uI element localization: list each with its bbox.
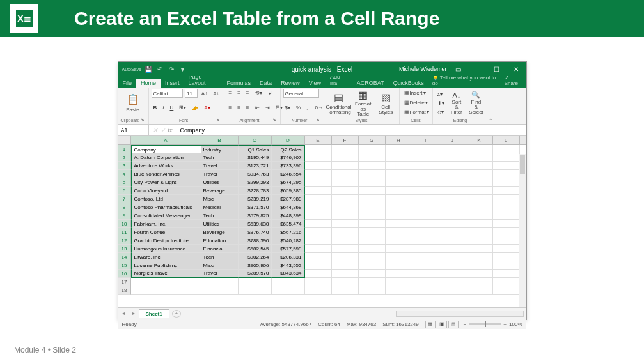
row-header[interactable]: 3	[118, 162, 131, 170]
col-header-g[interactable]: G	[359, 136, 386, 144]
cell[interactable]: $123,721	[239, 162, 272, 170]
cell[interactable]: $577,599	[272, 245, 305, 253]
horizontal-scrollbar[interactable]	[396, 311, 524, 317]
page-layout-view-icon[interactable]: ▣	[437, 321, 447, 328]
tab-quickbooks[interactable]: QuickBooks	[389, 79, 428, 88]
cell[interactable]	[359, 278, 386, 286]
cell[interactable]	[412, 236, 439, 245]
cell[interactable]	[332, 162, 359, 170]
cell[interactable]	[439, 220, 466, 228]
cell[interactable]	[466, 187, 493, 195]
cell[interactable]: Beverage	[201, 228, 239, 236]
tab-acrobat[interactable]: ACROBAT	[352, 79, 389, 88]
cell[interactable]: $228,783	[239, 187, 272, 195]
delete-cells-button[interactable]: ▦ Delete ▾	[402, 98, 430, 107]
cell[interactable]	[412, 245, 439, 253]
cell[interactable]: Margie's Travel	[131, 270, 201, 278]
cell[interactable]	[332, 153, 359, 162]
cell[interactable]	[332, 245, 359, 253]
cell[interactable]	[305, 145, 332, 153]
cell[interactable]: $905,906	[239, 261, 272, 270]
cell[interactable]	[201, 278, 239, 286]
cell[interactable]	[412, 261, 439, 270]
cell[interactable]: $733,396	[272, 162, 305, 170]
cell[interactable]	[466, 203, 493, 211]
cell[interactable]: $644,368	[272, 203, 305, 211]
row-header[interactable]: 12	[118, 236, 131, 245]
cell[interactable]	[305, 270, 332, 278]
cell[interactable]: Travel	[201, 162, 239, 170]
cell[interactable]	[466, 228, 493, 236]
cell[interactable]: $934,763	[239, 170, 272, 178]
cell[interactable]: $206,331	[272, 253, 305, 261]
cell[interactable]	[493, 170, 520, 178]
cell[interactable]	[493, 261, 520, 270]
cell[interactable]: $195,449	[239, 153, 272, 162]
cell[interactable]: $843,634	[272, 270, 305, 278]
cell[interactable]	[466, 211, 493, 220]
cell[interactable]	[305, 245, 332, 253]
row-header[interactable]: 8	[118, 203, 131, 211]
cell[interactable]	[359, 195, 386, 203]
cell[interactable]: $746,907	[272, 153, 305, 162]
cell[interactable]	[493, 253, 520, 261]
cell[interactable]	[466, 278, 493, 286]
cell[interactable]: $659,385	[272, 187, 305, 195]
close-icon[interactable]: ✕	[508, 63, 524, 75]
col-header-j[interactable]: J	[439, 136, 466, 144]
cell[interactable]	[332, 145, 359, 153]
align-right-icon[interactable]: ≡	[244, 104, 251, 112]
cell[interactable]: Education	[201, 236, 239, 245]
cell[interactable]	[439, 145, 466, 153]
font-launcher-icon[interactable]: ⬊	[216, 118, 221, 123]
font-name-select[interactable]: Calibri	[152, 89, 183, 98]
cell[interactable]	[359, 145, 386, 153]
insert-cells-button[interactable]: ▦ Insert ▾	[402, 89, 428, 97]
number-launcher-icon[interactable]: ⬊	[316, 118, 321, 123]
cell[interactable]	[439, 245, 466, 253]
font-color-icon[interactable]: A▾	[202, 104, 212, 112]
cell[interactable]	[412, 253, 439, 261]
col-header-f[interactable]: F	[332, 136, 359, 144]
increase-font-icon[interactable]: A↑	[200, 89, 209, 98]
row-header[interactable]: 14	[118, 253, 131, 261]
cell[interactable]: Humongous Insurance	[131, 245, 201, 253]
cell[interactable]	[332, 211, 359, 220]
fx-icon[interactable]: fx	[168, 127, 173, 134]
cell[interactable]: $371,570	[239, 203, 272, 211]
cell[interactable]	[493, 187, 520, 195]
tab-view[interactable]: View	[304, 79, 326, 88]
cell[interactable]: Utilities	[201, 178, 239, 187]
tab-review[interactable]: Review	[276, 79, 304, 88]
cell[interactable]	[359, 153, 386, 162]
cell[interactable]	[466, 220, 493, 228]
cell[interactable]	[466, 162, 493, 170]
cell[interactable]	[305, 170, 332, 178]
cell[interactable]	[359, 261, 386, 270]
cell[interactable]	[466, 270, 493, 278]
cell[interactable]	[412, 178, 439, 187]
cell[interactable]	[332, 187, 359, 195]
row-header[interactable]: 17	[118, 278, 131, 286]
cell[interactable]	[359, 162, 386, 170]
col-header-e[interactable]: E	[305, 136, 332, 144]
maximize-icon[interactable]: ☐	[489, 63, 505, 75]
cell[interactable]	[332, 270, 359, 278]
cell[interactable]	[439, 270, 466, 278]
cell[interactable]	[359, 286, 386, 295]
cell[interactable]	[386, 145, 412, 153]
cell[interactable]: $682,545	[239, 245, 272, 253]
save-icon[interactable]: 💾	[144, 65, 153, 73]
row-header[interactable]: 7	[118, 195, 131, 203]
cell[interactable]	[466, 145, 493, 153]
cell[interactable]	[386, 228, 412, 236]
cell-styles-button[interactable]: ▧Cell Styles	[375, 89, 397, 116]
cell[interactable]: Litware, Inc.	[131, 253, 201, 261]
col-header-b[interactable]: B	[201, 136, 239, 144]
cell[interactable]	[439, 236, 466, 245]
accounting-format-icon[interactable]: $▾	[283, 104, 292, 112]
cell[interactable]: $902,264	[239, 253, 272, 261]
font-size-select[interactable]: 11	[185, 89, 198, 98]
cell[interactable]	[359, 178, 386, 187]
cell[interactable]	[201, 286, 239, 295]
